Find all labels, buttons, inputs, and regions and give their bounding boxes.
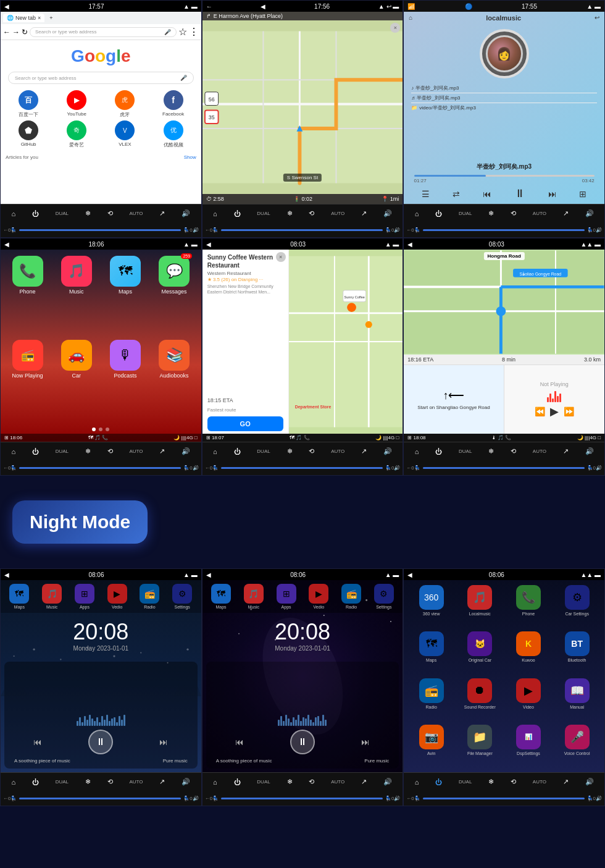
home-btn[interactable]: ⌂ (11, 210, 15, 217)
power-btn[interactable]: ⏻ (32, 210, 39, 217)
seat-right-btn[interactable]: 💺 (183, 227, 190, 233)
control-bar-5: ⌂ ⏻ DUAL ❄ ⟲ AUTO ↗ 🔊 (202, 442, 403, 460)
mic-icon[interactable]: 🎤 (164, 29, 171, 35)
play-pause-btn[interactable]: ⏸ (514, 187, 525, 200)
dark-play-btn-2[interactable]: ⏸ (290, 730, 315, 754)
next-btn[interactable]: ⏭ (548, 189, 557, 199)
night-app-radio[interactable]: 📻 Radio (409, 678, 454, 721)
playlist-btn[interactable]: ☰ (422, 189, 430, 199)
map-area[interactable]: 56 35 × S Swenson St (202, 20, 403, 194)
cpmaps-close[interactable]: × (276, 252, 286, 262)
vol-btn[interactable]: 🔊 (182, 209, 190, 217)
music-back-icon[interactable]: ↩ (595, 14, 599, 22)
night-app-localmusic[interactable]: 🎵 Localmusic (457, 585, 503, 628)
bookmark-icon[interactable]: ☆ (178, 26, 187, 38)
night-app-phone[interactable]: 📞 Phone (506, 585, 551, 628)
power-btn-2[interactable]: ⏻ (234, 210, 241, 217)
fan-btn[interactable]: ↗ (159, 209, 165, 217)
dark2-next-btn[interactable]: ⏭ (361, 737, 370, 747)
quicklink-youtube[interactable]: ▶ YouTube (54, 90, 99, 118)
quicklink-youku[interactable]: 优 优酷视频 (150, 120, 196, 148)
mini-next[interactable]: ⏩ (564, 407, 574, 416)
cp-back[interactable]: ◀ (4, 241, 9, 248)
cp-app-messages[interactable]: 💬 259 Messages (152, 256, 196, 335)
night-app-filemanager[interactable]: 📁 File Manager (457, 725, 503, 767)
dag-back[interactable]: ◀ (407, 571, 412, 578)
music-home-icon[interactable]: ⌂ (409, 14, 412, 22)
nav-back[interactable]: ← (3, 28, 10, 36)
cp-app-maps[interactable]: 🗺 Maps (103, 256, 147, 335)
search-mic-icon[interactable]: 🎤 (180, 75, 187, 81)
ac-btn[interactable]: ❄ (85, 209, 91, 217)
fan-btn-2[interactable]: ↗ (361, 209, 367, 217)
cp-app-music[interactable]: 🎵 Music (54, 256, 98, 335)
cpmaps-back[interactable]: ◀ (206, 241, 211, 248)
night-app-bluetooth[interactable]: BT Bluetooth (554, 631, 599, 674)
cpnav-map[interactable]: Sǎoliao Gongye Road Hongma Road (404, 250, 604, 355)
night-app-360[interactable]: 360 360 view (409, 585, 454, 628)
quicklink-facebook[interactable]: f Facebook (150, 90, 196, 118)
sync-btn-2[interactable]: ⟲ (309, 209, 314, 217)
new-tab[interactable]: 🌐 New tab × (3, 14, 44, 22)
dh2-back[interactable]: ◀ (206, 571, 211, 578)
dark2-app-apps[interactable]: ⊞ Apps (277, 584, 296, 609)
night-app-kuwooo[interactable]: K Kuwoo (506, 631, 551, 674)
cpmaps-status: ▲ ▬ (385, 241, 399, 248)
night-app-avin[interactable]: 📷 Avin (409, 725, 454, 767)
sync-btn[interactable]: ⟲ (107, 209, 113, 217)
show-link[interactable]: Show (184, 154, 196, 160)
cp-app-car[interactable]: 🚗 Car (54, 340, 98, 419)
dh1-status: ▲ ▬ (183, 571, 198, 578)
night-app-originalcar[interactable]: 🐱 Original Car (457, 631, 503, 674)
dark2-app-video[interactable]: ▶ Vedio (309, 584, 328, 609)
night-app-video[interactable]: ▶ Video (506, 678, 551, 721)
nav-arrow[interactable]: ◀ (261, 3, 265, 10)
cp-app-audiobooks[interactable]: 📚 Audiobooks (152, 340, 196, 419)
nav-reload[interactable]: ↻ (22, 28, 28, 36)
back-icon-nav[interactable]: ← (206, 3, 212, 10)
cp-app-nowplaying[interactable]: 📻 Now Playing (6, 340, 49, 419)
music-status: ▲ ▬ (586, 3, 601, 10)
quicklink-vlex[interactable]: V VLEX (102, 120, 148, 148)
home-btn-3[interactable]: ⌂ (415, 210, 419, 217)
night-app-manual[interactable]: 📖 Manual (554, 678, 599, 721)
address-bar[interactable]: ← → ↻ Search or type web address 🎤 ☆ ⋮ (1, 24, 201, 40)
vol-btn-2[interactable]: 🔊 (383, 209, 392, 217)
mini-prev[interactable]: ⏪ (535, 407, 545, 416)
home-btn-2[interactable]: ⌂ (213, 210, 217, 217)
dark2-app-radio[interactable]: 📻 Radio (341, 584, 361, 609)
add-tab-button[interactable]: + (47, 14, 55, 22)
dark2-app-maps[interactable]: 🗺 Maps (211, 584, 231, 609)
mini-play[interactable]: ▶ (550, 405, 559, 418)
go-button[interactable]: GO (207, 416, 283, 431)
shuffle-btn[interactable]: ⇄ (453, 189, 460, 199)
vol2-btn[interactable]: 🔊 (193, 227, 199, 233)
prev-btn[interactable]: ⏮ (483, 189, 491, 199)
menu-icon[interactable]: ⋮ (189, 26, 199, 38)
night-app-soundrecorder[interactable]: ⏺ Sound Recorder (457, 678, 503, 721)
quicklink-github[interactable]: ⬟ GitHub (6, 120, 51, 148)
quicklink-huya[interactable]: 虎 虎牙 (102, 90, 148, 118)
google-search-bar[interactable]: Search or type web address 🎤 (8, 72, 194, 84)
ac-btn-2[interactable]: ❄ (287, 209, 293, 217)
dark2-prev-btn[interactable]: ⏮ (235, 737, 244, 747)
night-app-dspsettings[interactable]: 📊 DspSettings (506, 725, 551, 767)
quicklink-iqiyi[interactable]: 奇 爱奇艺 (54, 120, 99, 148)
music-progress-bar[interactable] (414, 175, 595, 177)
back-btn[interactable]: ← (3, 227, 8, 233)
equalizer-btn[interactable]: ⊞ (579, 189, 586, 199)
carplay-status-bar: ⊞ 18:06 🗺 🎵 📞 🌙 ||||4G □ (1, 434, 201, 442)
dark2-app-music[interactable]: 🎵 Music (244, 584, 264, 609)
night-app-carsettings[interactable]: ⚙ Car Settings (554, 585, 599, 628)
night-app-voicecontrol[interactable]: 🎤 Voice Control (554, 725, 599, 767)
cp-app-phone[interactable]: 📞 Phone (6, 256, 49, 335)
night-app-maps[interactable]: 🗺 Maps (409, 631, 454, 674)
dh1-back[interactable]: ◀ (4, 571, 9, 578)
cp-app-podcasts[interactable]: 🎙 Podcasts (103, 340, 147, 419)
cpnav-back[interactable]: ◀ (407, 241, 412, 248)
nav-forward[interactable]: → (12, 28, 20, 36)
back-icon[interactable]: ◀ (4, 3, 9, 10)
dark2-app-settings[interactable]: ⚙ Settings (374, 584, 394, 609)
quicklink-baidu[interactable]: 百 百度一下 (6, 90, 51, 118)
seat-btn[interactable]: 💺 (10, 227, 17, 233)
